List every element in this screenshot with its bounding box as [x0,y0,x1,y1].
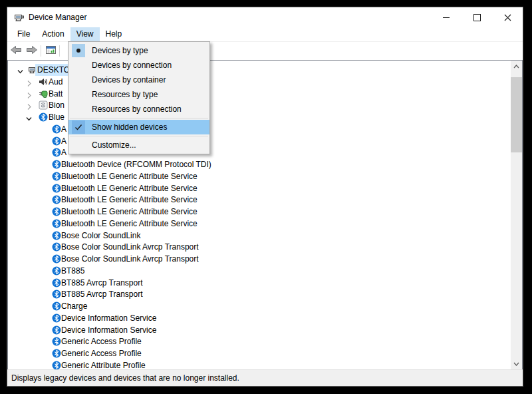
tree-row[interactable]: Bluetooth Device (RFCOMM Protocol TDI) [8,158,510,170]
tree-item-label[interactable]: Generic Access Profile [59,347,144,359]
forward-icon[interactable] [26,45,38,56]
expand-chevron-icon[interactable] [25,78,33,85]
tree-row[interactable]: Bluetooth LE Generic Attribute Service [8,170,510,182]
tree-row[interactable]: Generic Access Profile [8,347,510,359]
vertical-scrollbar[interactable] [511,61,522,369]
menu-item-show-hidden-devices[interactable]: Show hidden devices [68,120,209,134]
tree-item-label[interactable]: Bose Color SoundLink Avrcp Transport [59,241,201,253]
chevron-down-icon [513,362,519,366]
tree-item-label[interactable]: Bluetooth Device (RFCOMM Protocol TDI) [59,158,213,170]
tree-item-label[interactable]: Charge [59,300,89,312]
collapse-chevron-icon[interactable] [25,113,33,120]
toolbar-separator [59,45,60,57]
tree-row[interactable]: Device Information Service [8,324,510,336]
collapse-chevron-icon[interactable] [17,66,24,73]
tree-item-label[interactable]: Device Information Service [59,324,158,336]
scroll-down-button[interactable] [511,358,522,369]
tree-row[interactable]: Bose Color SoundLink Avrcp Transport [8,241,510,253]
tree-row[interactable]: BT885 Avrcp Transport [8,277,510,289]
tree-row[interactable]: Bose Color SoundLink Avrcp Transport [8,253,510,265]
chevron-up-icon [513,65,519,69]
menu-item-devices-by-connection[interactable]: Devices by connection [68,58,209,73]
menubar-item-action[interactable]: Action [36,27,70,41]
tree-item-label[interactable]: Aud [47,76,65,88]
tree-item-label[interactable]: BT885 Avrcp Transport [59,277,145,289]
menu-item-label: Devices by type [92,43,148,58]
window-title: Device Manager [29,7,86,27]
tree-row[interactable]: Charge [8,300,510,312]
scroll-up-button[interactable] [511,61,522,72]
console-window-icon[interactable] [45,45,57,56]
menu-item-label: Customize... [92,138,136,152]
scrollbar-thumb[interactable] [511,77,522,152]
close-button[interactable] [492,7,523,27]
tree-item-label[interactable]: BT885 [59,265,86,277]
tree-item-label[interactable]: A [59,123,68,135]
menu-item-resources-by-connection[interactable]: Resources by connection [68,102,209,116]
tree-row[interactable]: BT885 [8,265,510,277]
tree-row[interactable]: Generic Attribute Profile [8,359,510,370]
tree-item-label[interactable]: Generic Attribute Profile [59,359,148,370]
tree-item-label[interactable]: Bion [47,99,66,111]
menubar-item-help[interactable]: Help [100,27,128,41]
tree-item-label[interactable]: Generic Access Profile [59,335,144,347]
menubar-item-file[interactable]: File [11,27,36,41]
menu-item-label: Devices by connection [92,58,172,73]
menubar: FileActionViewHelp [7,27,523,42]
menu-separator [70,118,208,118]
tree-row[interactable]: Device Information Service [8,312,510,324]
menu-item-resources-by-type[interactable]: Resources by type [68,87,209,102]
tree-row[interactable]: Bluetooth LE Generic Attribute Service [8,194,510,206]
tree-row[interactable]: Bluetooth LE Generic Attribute Service [8,218,510,230]
tree-row[interactable]: BT885 Avrcp Transport [8,288,510,300]
titlebar[interactable]: Device Manager [7,7,523,27]
menu-item-label: Show hidden devices [92,120,167,134]
status-text: Displays legacy devices and devices that… [11,370,239,386]
view-menu-popup: Devices by typeDevices by connectionDevi… [68,41,210,154]
radio-selected-icon [72,44,85,57]
close-icon [504,14,511,21]
tree-item-label[interactable]: Bluetooth LE Generic Attribute Service [59,218,200,230]
tree-row[interactable]: Bluetooth LE Generic Attribute Service [8,182,510,194]
menu-item-label: Resources by type [92,87,158,102]
menu-item-label: Resources by connection [92,102,182,116]
tree-item-label[interactable]: A [59,135,68,147]
maximize-button[interactable] [462,7,492,27]
tree-item-label[interactable]: Bluetooth LE Generic Attribute Service [59,182,200,194]
toolbar-separator [41,45,41,57]
minimize-icon [443,17,450,18]
tree-item-label[interactable]: Bluetooth LE Generic Attribute Service [59,194,200,206]
tree-item-label[interactable]: Device Information Service [59,312,158,324]
maximize-icon [473,14,481,21]
tree-row[interactable]: Bose Color SoundLink [8,230,510,242]
tree-item-label[interactable]: Bose Color SoundLink [59,230,142,242]
back-icon[interactable] [10,45,22,56]
minimize-button[interactable] [431,7,462,27]
tree-item-label[interactable]: Bose Color SoundLink Avrcp Transport [59,253,201,265]
tree-row[interactable]: Bluetooth LE Generic Attribute Service [8,206,510,218]
menu-separator [70,136,208,136]
tree-row[interactable]: Generic Access Profile [8,335,510,347]
tree-item-label[interactable]: BT885 Avrcp Transport [59,288,145,300]
menu-item-devices-by-type[interactable]: Devices by type [68,43,209,58]
menu-item-customize[interactable]: Customize... [68,138,209,152]
expand-chevron-icon[interactable] [25,90,33,97]
device-manager-icon [14,12,25,23]
statusbar: Displays legacy devices and devices that… [7,369,523,386]
expand-chevron-icon[interactable] [25,101,33,108]
checkmark-icon [72,120,85,134]
tree-item-label[interactable]: A [59,146,68,158]
menu-item-label: Devices by container [92,73,166,87]
tree-item-label[interactable]: Batt [47,88,65,100]
tree-item-label[interactable]: Bluetooth LE Generic Attribute Service [59,206,200,218]
menubar-item-view[interactable]: View [70,27,100,41]
window-controls [431,7,523,27]
tree-item-label[interactable]: Bluetooth LE Generic Attribute Service [59,170,200,182]
menu-item-devices-by-container[interactable]: Devices by container [68,73,209,87]
tree-item-label[interactable]: Blue [47,111,66,123]
